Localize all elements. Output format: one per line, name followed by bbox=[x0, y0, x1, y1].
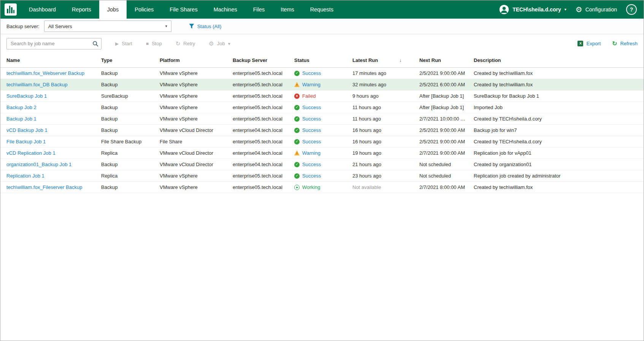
column-header-next-run[interactable]: Next Run bbox=[416, 53, 471, 68]
column-header-latest-run[interactable]: Latest Run↓ bbox=[349, 53, 416, 68]
table-row[interactable]: File Backup Job 1File Share BackupFile S… bbox=[0, 136, 644, 148]
cell-status: ✓Success bbox=[291, 125, 349, 136]
cell-next-run: Not scheduled bbox=[416, 170, 471, 182]
job-name-link[interactable]: Replication Job 1 bbox=[6, 173, 44, 179]
configuration-button[interactable]: ⚙ Configuration bbox=[576, 6, 617, 13]
retry-button[interactable]: ↻ Retry bbox=[176, 41, 195, 46]
job-name-link[interactable]: tech\william.fox_Webserver Backup bbox=[6, 70, 84, 76]
success-status-icon: ✓ bbox=[294, 139, 300, 144]
user-menu[interactable]: TECH\sheila.d.cory ▾ bbox=[499, 5, 566, 14]
table-row[interactable]: vCD Replication Job 1ReplicaVMware vClou… bbox=[0, 148, 644, 159]
table-row[interactable]: tech\william.fox_Webserver BackupBackupV… bbox=[0, 68, 644, 79]
export-button[interactable]: X Export bbox=[577, 41, 601, 46]
column-header-backup-server[interactable]: Backup Server bbox=[230, 53, 291, 68]
nav-tab-requests[interactable]: Requests bbox=[302, 0, 341, 19]
status-link[interactable]: Failed bbox=[302, 93, 316, 99]
nav-tab-jobs[interactable]: Jobs bbox=[99, 0, 127, 19]
nav-tab-dashboard[interactable]: Dashboard bbox=[21, 0, 64, 19]
table-row[interactable]: Backup Job 1BackupVMware vSphereenterpri… bbox=[0, 113, 644, 125]
search-icon[interactable] bbox=[92, 41, 98, 48]
job-name-link[interactable]: tech\william.fox_Fileserver Backup bbox=[6, 184, 82, 190]
nav-tab-file-shares[interactable]: File Shares bbox=[162, 0, 205, 19]
status-link[interactable]: Warning bbox=[302, 82, 320, 87]
cell-next-run: 2/5/2021 6:00:00 AM bbox=[416, 79, 471, 90]
stop-button[interactable]: ■ Stop bbox=[146, 41, 162, 46]
table-row[interactable]: Backup Job 2BackupVMware vSphereenterpri… bbox=[0, 102, 644, 113]
cell-type: Backup bbox=[98, 68, 157, 79]
cell-description: Imported Job bbox=[471, 102, 644, 113]
status-badge: ✓Success bbox=[294, 70, 346, 76]
cell-latest-run: 17 minutes ago bbox=[349, 68, 416, 79]
success-status-icon: ✓ bbox=[294, 71, 300, 76]
nav-tab-machines[interactable]: Machines bbox=[206, 0, 245, 19]
status-link[interactable]: Success bbox=[302, 127, 321, 133]
job-name-link[interactable]: File Backup Job 1 bbox=[6, 139, 46, 144]
excel-icon: X bbox=[577, 41, 583, 46]
cell-description: SureBackup for Backup Job 1 bbox=[471, 90, 644, 102]
refresh-label: Refresh bbox=[620, 41, 638, 46]
cell-platform: VMware vCloud Director bbox=[157, 159, 230, 170]
success-status-icon: ✓ bbox=[294, 162, 300, 167]
job-name-link[interactable]: Backup Job 1 bbox=[6, 116, 36, 122]
filter-bar: Backup server: All Servers ▾ Status (All… bbox=[0, 19, 644, 34]
job-name-link[interactable]: tech\william.fox_DB Backup bbox=[6, 82, 67, 87]
job-name-link[interactable]: vCD Replication Job 1 bbox=[6, 150, 56, 156]
help-button[interactable]: ? bbox=[626, 4, 637, 15]
column-label: Next Run bbox=[419, 57, 441, 63]
job-menu-button[interactable]: ⚙ Job ▾ bbox=[209, 41, 230, 46]
gear-icon: ⚙ bbox=[576, 6, 582, 13]
success-status-icon: ✓ bbox=[294, 173, 300, 179]
cell-name: tech\william.fox_Fileserver Backup bbox=[0, 182, 98, 193]
status-link[interactable]: Working bbox=[302, 184, 320, 190]
table-row[interactable]: Replication Job 1ReplicaVMware vSphereen… bbox=[0, 170, 644, 182]
start-button[interactable]: ▶ Start bbox=[115, 41, 132, 46]
right-tools: X Export ↻ Refresh bbox=[577, 41, 638, 47]
table-row[interactable]: tech\william.fox_Fileserver BackupBackup… bbox=[0, 182, 644, 193]
column-header-description[interactable]: Description bbox=[471, 53, 644, 68]
column-header-status[interactable]: Status bbox=[291, 53, 349, 68]
table-row[interactable]: vCD Backup Job 1BackupVMware vCloud Dire… bbox=[0, 125, 644, 136]
cell-description: Created by TECH\sheila.d.cory bbox=[471, 136, 644, 148]
cell-platform: File Share bbox=[157, 136, 230, 148]
cell-description: Created by TECH\sheila.d.cory bbox=[471, 113, 644, 125]
table-row[interactable]: tech\william.fox_DB BackupBackupVMware v… bbox=[0, 79, 644, 90]
status-link[interactable]: Success bbox=[302, 116, 321, 122]
status-link[interactable]: Success bbox=[302, 173, 321, 179]
cell-status: ✓Success bbox=[291, 68, 349, 79]
cell-backup-server: enterprise04.tech.local bbox=[230, 159, 291, 170]
status-link[interactable]: Warning bbox=[302, 150, 320, 156]
nav-tab-items[interactable]: Items bbox=[273, 0, 302, 19]
start-label: Start bbox=[122, 41, 132, 46]
backup-server-select[interactable]: All Servers ▾ bbox=[44, 21, 171, 32]
table-row[interactable]: SureBackup Job 1SureBackupVMware vSphere… bbox=[0, 90, 644, 102]
cell-name: vCD Replication Job 1 bbox=[0, 148, 98, 159]
job-name-link[interactable]: vCD Backup Job 1 bbox=[6, 127, 48, 133]
table-row[interactable]: organization01_Backup Job 1BackupVMware … bbox=[0, 159, 644, 170]
status-link[interactable]: Success bbox=[302, 70, 321, 76]
column-header-type[interactable]: Type bbox=[98, 53, 157, 68]
refresh-button[interactable]: ↻ Refresh bbox=[612, 41, 638, 47]
veeam-logo[interactable] bbox=[0, 0, 21, 19]
job-name-link[interactable]: SureBackup Job 1 bbox=[6, 93, 47, 99]
column-header-name[interactable]: Name bbox=[0, 53, 98, 68]
status-link[interactable]: Success bbox=[302, 162, 321, 167]
cell-status: ×Failed bbox=[291, 90, 349, 102]
jobs-toolbar: ▶ Start ■ Stop ↻ Retry ⚙ Job ▾ X Export … bbox=[0, 34, 644, 53]
nav-tab-policies[interactable]: Policies bbox=[127, 0, 162, 19]
cell-next-run: 2/5/2021 9:00:00 AM bbox=[416, 125, 471, 136]
status-link[interactable]: Success bbox=[302, 105, 321, 110]
user-label: TECH\sheila.d.cory bbox=[512, 6, 561, 13]
job-name-link[interactable]: Backup Job 2 bbox=[6, 105, 36, 110]
column-label: Description bbox=[474, 57, 501, 63]
nav-tab-files[interactable]: Files bbox=[245, 0, 273, 19]
status-link[interactable]: Success bbox=[302, 139, 321, 144]
cell-status: ✓Success bbox=[291, 170, 349, 182]
column-header-platform[interactable]: Platform bbox=[157, 53, 230, 68]
working-status-icon: ▶ bbox=[294, 185, 300, 190]
status-filter-button[interactable]: Status (All) bbox=[189, 24, 222, 29]
cell-type: Backup bbox=[98, 182, 157, 193]
nav-tab-reports[interactable]: Reports bbox=[64, 0, 99, 19]
job-name-link[interactable]: organization01_Backup Job 1 bbox=[6, 162, 71, 167]
cell-next-run: After [Backup Job 1] bbox=[416, 102, 471, 113]
search-input[interactable] bbox=[6, 38, 102, 49]
